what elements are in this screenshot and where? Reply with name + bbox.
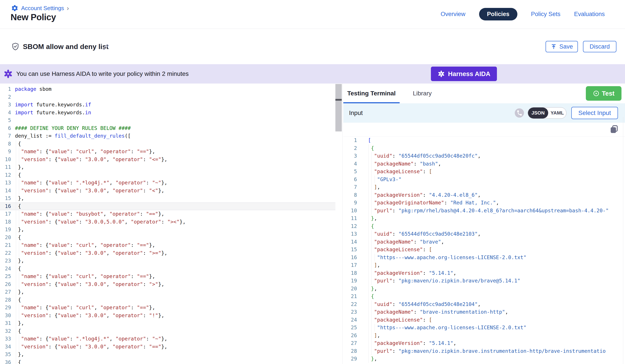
code-line[interactable]: 5 "packageLicense": [	[343, 168, 625, 176]
code-line[interactable]: 13 "name": {"value": ".*log4j.*", "opera…	[0, 179, 335, 187]
indent-guide	[372, 347, 372, 355]
line-content: "name": {"value": "busybot", "operator":…	[13, 210, 164, 218]
code-line[interactable]: 24 "packageLicense": [	[343, 316, 625, 324]
code-line[interactable]: 7deny_list := fill_default_deny_rules([	[0, 132, 335, 140]
code-line[interactable]: 4import future.keywords.in	[0, 109, 335, 117]
code-line[interactable]: 3import future.keywords.if	[0, 101, 335, 109]
test-button[interactable]: Test	[586, 86, 622, 101]
code-line[interactable]: 16 {	[0, 202, 335, 210]
indent-guide	[19, 210, 19, 218]
code-line[interactable]: 9 "packageOriginatorName": "Red Hat, Inc…	[343, 199, 625, 207]
code-line[interactable]: 29 },	[343, 355, 625, 363]
code-line[interactable]: 17 "name": {"value": "busybot", "operato…	[0, 210, 335, 218]
tab-library[interactable]: Library	[413, 90, 432, 97]
indent-guide	[372, 269, 372, 277]
code-line[interactable]: 24 {	[0, 265, 335, 273]
code-line[interactable]: 15 },	[0, 195, 335, 202]
aida-banner-text: You can use Harness AIDA to write your p…	[16, 70, 188, 77]
format-branch-icon[interactable]	[515, 108, 524, 118]
code-line[interactable]: 22 "uuid": "65544df05cc9ad50c48e2104",	[343, 301, 625, 308]
code-line[interactable]: 21 {	[343, 293, 625, 301]
format-option-yaml[interactable]: YAML	[548, 108, 566, 118]
code-line[interactable]: 3 "uuid": "65544df05cc9ad50c48e20fc",	[343, 152, 625, 160]
code-line[interactable]: 10 "version": {"value": "3.0.0", "operat…	[0, 156, 335, 164]
code-line[interactable]: 28 "purl": "pkg:maven/io.zipkin.brave.in…	[343, 347, 625, 355]
code-line[interactable]: 25 "name": {"value": "curl", "operator":…	[0, 273, 335, 280]
code-line[interactable]: 4 "packageName": "bash",	[343, 160, 625, 168]
code-line[interactable]: 1[	[343, 137, 625, 144]
code-line[interactable]: 5	[0, 116, 335, 124]
code-line[interactable]: 14 "version": {"value": "3.0.0", "operat…	[0, 187, 335, 195]
code-line[interactable]: 22 "version": {"value": "3.0.0", "operat…	[0, 249, 335, 257]
code-line[interactable]: 14 "packageName": "brave",	[343, 238, 625, 246]
code-line[interactable]: 1package sbom	[0, 85, 335, 93]
code-line[interactable]: 15 "packageLicense": [	[343, 246, 625, 254]
tab-policy-sets[interactable]: Policy Sets	[531, 11, 561, 18]
code-line[interactable]: 28 {	[0, 296, 335, 304]
save-button[interactable]: Save	[546, 41, 578, 52]
code-line[interactable]: 16 "https---www.apache.org-licenses-LICE…	[343, 254, 625, 262]
code-line[interactable]: 8 "packageVersion": "4.4.20-4.el8_6",	[343, 191, 625, 199]
code-line[interactable]: 33 "name": {"value": ".*log4j.*", "opera…	[0, 335, 335, 343]
indent-guide	[16, 218, 16, 226]
code-line[interactable]: 26 ],	[343, 332, 625, 340]
harness-aida-button[interactable]: Harness AIDA	[431, 67, 497, 81]
code-line[interactable]: 30 "version": {"value": "3.0.0", "operat…	[0, 312, 335, 320]
code-line[interactable]: 6#### DEFINE YOUR DENY RULES BELOW ####	[0, 124, 335, 132]
code-line[interactable]: 27 "packageVersion": "5.14.1",	[343, 339, 625, 347]
discard-button[interactable]: Discard	[583, 41, 616, 52]
code-line[interactable]: 12 {	[0, 171, 335, 179]
breadcrumb-link-account-settings[interactable]: Account Settings	[21, 5, 64, 12]
edit-pencil-icon[interactable]	[102, 43, 110, 51]
code-line[interactable]: 18 "version": {"value": "3.0.0,5.0.0", "…	[0, 218, 335, 226]
code-line[interactable]: 25 "https---www.apache.org-licenses-LICE…	[343, 324, 625, 332]
tab-evaluations[interactable]: Evaluations	[574, 11, 605, 18]
code-line[interactable]: 13 "uuid": "65544df05cc9ad50c48e2103",	[343, 230, 625, 238]
code-line[interactable]: 11 },	[343, 215, 625, 223]
indent-guide	[19, 187, 19, 195]
code-line[interactable]: 21 "name": {"value": "curl", "operator":…	[0, 241, 335, 249]
code-line[interactable]: 20 },	[343, 285, 625, 293]
code-line[interactable]: 19 },	[0, 226, 335, 234]
format-toggle[interactable]: JSON YAML	[528, 107, 566, 119]
code-line[interactable]: 9 "name": {"value": "curl", "operator": …	[0, 148, 335, 156]
editor-scrollbar[interactable]	[335, 84, 342, 131]
code-line[interactable]: 23 },	[0, 257, 335, 265]
code-line[interactable]: 12 {	[343, 223, 625, 230]
code-line[interactable]: 36 {	[0, 359, 335, 364]
code-line[interactable]: 27 },	[0, 288, 335, 296]
aida-banner: You can use Harness AIDA to write your p…	[0, 64, 625, 84]
policy-code-editor[interactable]: 1package sbom23import future.keywords.if…	[0, 84, 335, 364]
code-line[interactable]: 6 "GPLv3-"	[343, 176, 625, 184]
code-line[interactable]: 17 ],	[343, 261, 625, 269]
line-content: "version": {"value": "3.0.0", "operator"…	[13, 156, 167, 164]
input-scrollbar-track[interactable]	[623, 117, 623, 364]
code-line[interactable]: 31 },	[0, 319, 335, 327]
code-line[interactable]: 19 "purl": "pkg:maven/io.zipkin.brave/br…	[343, 277, 625, 285]
line-number: 5	[343, 168, 359, 176]
select-input-button[interactable]: Select Input	[571, 107, 618, 119]
code-line[interactable]: 7 ],	[343, 183, 625, 191]
code-line[interactable]: 20 {	[0, 234, 335, 242]
input-json-viewer[interactable]: 1[2 {3 "uuid": "65544df05cc9ad50c48e20fc…	[343, 137, 625, 363]
line-content: },	[13, 319, 24, 327]
code-line[interactable]: 2	[0, 93, 335, 101]
code-line[interactable]: 2 {	[343, 144, 625, 152]
code-line[interactable]: 11 },	[0, 163, 335, 171]
code-line[interactable]: 10 "purl": "pkg:rpm/rhel/bash@4.4.20-4.e…	[343, 207, 625, 215]
code-line[interactable]: 32 {	[0, 327, 335, 335]
copy-icon[interactable]	[609, 124, 619, 135]
format-option-json[interactable]: JSON	[528, 108, 548, 118]
code-line[interactable]: 18 "packageVersion": "5.14.1",	[343, 269, 625, 277]
tab-policies[interactable]: Policies	[479, 8, 517, 20]
indent-guide	[19, 148, 19, 156]
code-line[interactable]: 8 {	[0, 140, 335, 148]
tab-testing-terminal[interactable]: Testing Terminal	[347, 90, 396, 97]
code-line[interactable]: 23 "packageName": "brave-instrumentation…	[343, 308, 625, 316]
tab-overview[interactable]: Overview	[440, 11, 466, 18]
line-number: 24	[343, 316, 359, 324]
code-line[interactable]: 29 "name": {"value": "curl", "operator":…	[0, 304, 335, 312]
code-line[interactable]: 34 "version": {"value": "3.0.0", "operat…	[0, 343, 335, 351]
code-line[interactable]: 26 "version": {"value": "3.0.0", "operat…	[0, 280, 335, 288]
code-line[interactable]: 35 },	[0, 351, 335, 359]
